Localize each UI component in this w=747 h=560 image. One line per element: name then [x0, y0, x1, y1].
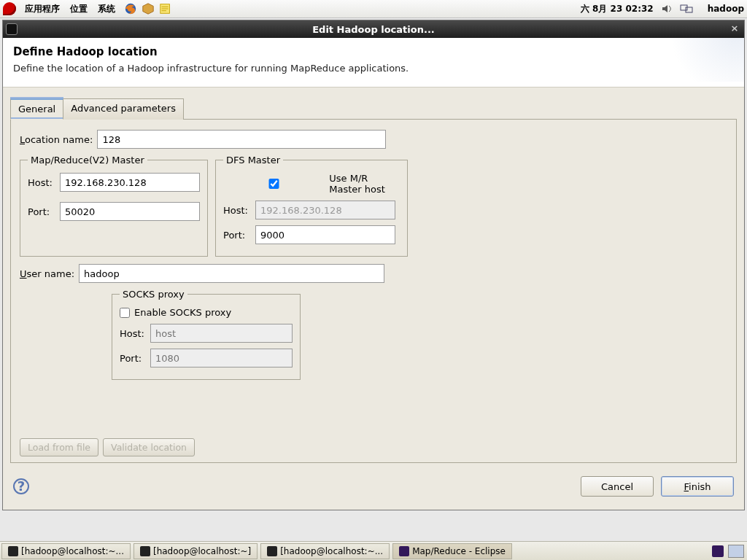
top-panel-right: 六 8月 23 02:32 hadoop: [581, 3, 744, 15]
help-icon[interactable]: ?: [13, 478, 29, 494]
network-icon[interactable]: [680, 3, 694, 15]
launcher-icons: [124, 2, 172, 15]
mr-port-label: Port:: [28, 206, 55, 217]
socks-port-label: Port:: [120, 353, 146, 364]
validate-location-button[interactable]: Validate location: [103, 438, 195, 456]
username-input[interactable]: [79, 264, 384, 283]
edit-hadoop-location-dialog: Edit Hadoop location... × Define Hadoop …: [2, 20, 745, 510]
location-name-input[interactable]: [97, 130, 386, 149]
mr-host-label: Host:: [28, 177, 55, 188]
taskbar-terminal-3[interactable]: [hadoop@localhost:~...: [260, 543, 390, 559]
volume-icon[interactable]: [661, 3, 673, 15]
dfs-host-label: Host:: [223, 205, 251, 216]
dialog-footer: ? Cancel Finish: [3, 469, 744, 510]
socks-host-label: Host:: [120, 328, 146, 339]
dialog-header: Define Hadoop location Define the locati…: [3, 38, 744, 88]
dfs-host-input: [255, 201, 395, 219]
mr-port-input[interactable]: [60, 202, 200, 221]
tab-bar: General Advanced parameters: [10, 98, 737, 119]
dfs-master-group: DFS Master Use M/R Master host Host: Por…: [215, 155, 408, 257]
load-from-file-button[interactable]: Load from file: [20, 438, 98, 456]
terminal-icon: [140, 546, 150, 556]
gnome-top-panel: 应用程序 位置 系统 六 8月 23 02:32 hadoop: [0, 0, 747, 18]
socks-legend: SOCKS proxy: [120, 289, 187, 300]
terminal-icon: [8, 546, 18, 556]
package-icon[interactable]: [142, 2, 155, 15]
action-buttons-row: Load from file Validate location: [20, 438, 727, 456]
enable-socks-label: Enable SOCKS proxy: [134, 307, 231, 318]
titlebar[interactable]: Edit Hadoop location... ×: [3, 20, 744, 38]
mr-master-group: Map/Reduce(V2) Master Host: Port:: [20, 155, 208, 257]
dialog-subheading: Define the location of a Hadoop infrastr…: [13, 63, 734, 74]
tab-general[interactable]: General: [10, 98, 63, 120]
tab-general-panel: Location name: Map/Reduce(V2) Master Hos…: [10, 119, 737, 463]
workspace-switcher[interactable]: [728, 545, 744, 558]
use-mr-host-label: Use M/R Master host: [329, 173, 400, 195]
eclipse-tray-icon[interactable]: [712, 545, 724, 557]
cancel-button[interactable]: Cancel: [581, 476, 654, 497]
mr-host-input[interactable]: [60, 173, 200, 192]
close-icon[interactable]: ×: [729, 23, 740, 35]
eclipse-icon: [399, 546, 409, 556]
banner-decoration: [657, 38, 744, 82]
mr-master-legend: Map/Reduce(V2) Master: [28, 155, 147, 166]
terminal-icon: [267, 546, 277, 556]
gnome-bottom-panel: [hadoop@localhost:~... [hadoop@localhost…: [0, 541, 747, 560]
firefox-icon[interactable]: [124, 2, 137, 15]
username-label: User name:: [20, 268, 74, 279]
enable-socks-checkbox[interactable]: [120, 308, 130, 318]
dfs-port-input[interactable]: [255, 225, 395, 244]
socks-port-input: [150, 349, 293, 368]
eclipse-icon: [6, 23, 18, 35]
socks-host-input: [150, 324, 293, 343]
window-title: Edit Hadoop location...: [312, 24, 435, 35]
location-name-label: Location name:: [20, 134, 93, 145]
dfs-port-label: Port:: [223, 230, 251, 241]
dialog-heading: Define Hadoop location: [13, 45, 734, 58]
notes-icon[interactable]: [159, 2, 172, 15]
dfs-master-legend: DFS Master: [223, 155, 283, 166]
use-mr-host-checkbox[interactable]: [223, 179, 325, 189]
socks-proxy-group: SOCKS proxy Enable SOCKS proxy Host: Por…: [112, 289, 301, 380]
dialog-body: General Advanced parameters Location nam…: [3, 88, 744, 469]
menu-places[interactable]: 位置: [66, 1, 92, 17]
taskbar-terminal-2[interactable]: [hadoop@localhost:~]: [133, 543, 258, 559]
top-menu-bar: 应用程序 位置 系统: [3, 1, 120, 17]
taskbar-eclipse[interactable]: Map/Reduce - Eclipse: [392, 543, 512, 559]
finish-button[interactable]: Finish: [661, 476, 734, 497]
taskbar-terminal-1[interactable]: [hadoop@localhost:~...: [1, 543, 131, 559]
clock[interactable]: 六 8月 23 02:32: [581, 3, 654, 15]
tab-advanced[interactable]: Advanced parameters: [63, 98, 184, 120]
menu-applications[interactable]: 应用程序: [20, 1, 64, 17]
redhat-icon: [3, 2, 16, 15]
menu-system[interactable]: 系统: [93, 1, 120, 17]
user-menu[interactable]: hadoop: [708, 4, 744, 14]
